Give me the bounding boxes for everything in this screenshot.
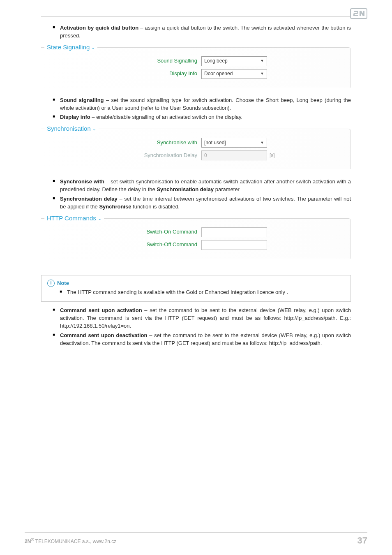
info-icon: i: [47, 280, 55, 287]
bullet-list-sync: Synchronise with – set switch synchronis…: [41, 178, 351, 210]
note-title-text: Note: [57, 280, 69, 287]
chevron-down-icon: ⌄: [92, 126, 96, 131]
bullet-list-commands: Command sent upon activation – set the c…: [41, 307, 351, 347]
dropdown-arrow-icon: ▼: [259, 58, 265, 64]
bullet-label: Synchronisation delay: [60, 196, 118, 202]
state-signalling-panel: State Signalling ⌄ Sound Signalling Long…: [41, 47, 351, 88]
chevron-down-icon: ⌄: [98, 216, 101, 221]
sound-signalling-select[interactable]: Long beep ▼: [201, 56, 267, 66]
display-info-label: Display Info: [58, 70, 201, 78]
display-info-select[interactable]: Door opened ▼: [201, 69, 267, 79]
bullet-desc: function is disabled.: [131, 204, 180, 210]
page-number: 37: [357, 535, 367, 546]
synchronisation-panel: Synchronisation ⌄ Synchronise with [not …: [41, 129, 351, 169]
bullet-label: Sound signalling: [60, 97, 104, 103]
dropdown-arrow-icon: ▼: [259, 71, 265, 77]
bullet-list-activation: Activation by quick dial button – assign…: [41, 24, 351, 40]
bullet-label: Display info: [60, 114, 90, 120]
bullet-desc: parameter: [214, 186, 240, 192]
http-commands-panel: HTTP Commands ⌄ Switch-On Command Switch…: [41, 218, 351, 259]
switch-on-command-label: Switch-On Command: [58, 228, 201, 236]
bullet-label: Activation by quick dial button: [60, 25, 138, 31]
note-box: i Note The HTTP command sending is avail…: [41, 275, 351, 302]
switch-off-command-label: Switch-Off Command: [58, 241, 201, 249]
dropdown-arrow-icon: ▼: [259, 140, 265, 146]
sync-delay-label: Synchronisation Delay: [58, 152, 201, 160]
switch-on-command-input[interactable]: [201, 227, 267, 237]
bullet-desc: – enable/disable signalling of an activa…: [90, 114, 243, 120]
bullet-label-inline: Synchronise: [99, 204, 131, 210]
footer-company: 2N: [25, 539, 31, 544]
page-footer: 2N® TELEKOMUNIKACE a.s., www.2n.cz 37: [25, 532, 367, 546]
sync-delay-input: 0: [201, 150, 267, 160]
panel-legend: Synchronisation ⌄: [44, 124, 99, 133]
sound-signalling-label: Sound Signalling: [58, 57, 201, 65]
synchronise-with-select[interactable]: [not used] ▼: [201, 138, 267, 148]
bullet-list-sound: Sound signalling – set the sound signall…: [41, 97, 351, 122]
synchronise-with-label: Synchronise with: [58, 139, 201, 147]
chevron-down-icon: ⌄: [91, 45, 95, 50]
panel-legend: HTTP Commands ⌄: [44, 214, 104, 223]
bullet-label: Synchronise with: [60, 178, 104, 185]
bullet-label-inline: Synchronisation delay: [157, 186, 214, 192]
brand-logo: [350, 8, 367, 19]
bullet-label: Command sent upon activation: [60, 307, 142, 313]
bullet-label: Command sent upon deactivation: [60, 332, 147, 338]
bullet-desc: – set the sound signalling type for swit…: [60, 97, 351, 111]
footer-company-suffix: TELEKOMUNIKACE a.s., www.2n.cz: [34, 539, 117, 544]
panel-legend: State Signalling ⌄: [44, 43, 97, 52]
switch-off-command-input[interactable]: [201, 240, 267, 250]
note-text: The HTTP command sending is available wi…: [60, 289, 345, 296]
footer-reg: ®: [31, 537, 34, 542]
sync-delay-unit: [s]: [270, 152, 275, 159]
